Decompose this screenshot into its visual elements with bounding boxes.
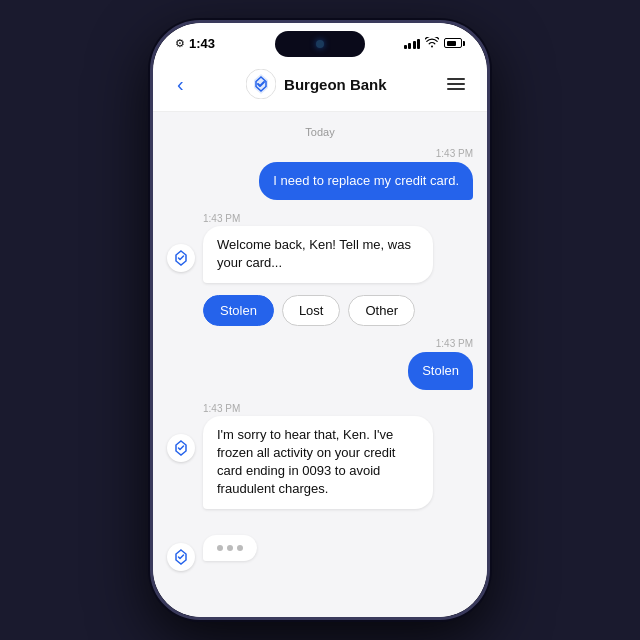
bot-bubble: Welcome back, Ken! Tell me, was your car… — [203, 226, 433, 282]
gear-icon: ⚙ — [175, 37, 185, 50]
message-time: 1:43 PM — [436, 148, 473, 159]
typing-indicator — [167, 525, 473, 571]
chat-area: Today 1:43 PM I need to replace my credi… — [153, 112, 487, 617]
bank-logo-icon — [246, 69, 276, 99]
message-time-3: 1:43 PM — [436, 338, 473, 349]
phone-frame: ⚙ 1:43 — [150, 20, 490, 620]
bot-message-1: Welcome back, Ken! Tell me, was your car… — [167, 226, 473, 282]
bot-avatar — [167, 244, 195, 272]
signal-icon — [404, 38, 421, 49]
phone-screen: ⚙ 1:43 — [153, 23, 487, 617]
bot-message-time-1: 1:43 PM — [203, 213, 240, 224]
user-message-1: 1:43 PM I need to replace my credit card… — [167, 148, 473, 200]
header-center: Burgeon Bank — [246, 69, 387, 99]
user-bubble-2: Stolen — [408, 352, 473, 390]
bot-message-2: I'm sorry to hear that, Ken. I've frozen… — [167, 416, 473, 509]
quick-reply-lost[interactable]: Lost — [282, 295, 341, 326]
quick-replies: Stolen Lost Other — [203, 295, 473, 326]
app-header: ‹ Burgeon Bank — [153, 59, 487, 112]
user-message-2: 1:43 PM Stolen — [167, 338, 473, 390]
bot-avatar-2 — [167, 434, 195, 462]
dynamic-island — [275, 31, 365, 57]
bot-message-time-2: 1:43 PM — [203, 403, 240, 414]
dynamic-island-indicator — [316, 40, 324, 48]
quick-reply-other[interactable]: Other — [348, 295, 415, 326]
user-bubble: I need to replace my credit card. — [259, 162, 473, 200]
bot-bubble-2: I'm sorry to hear that, Ken. I've frozen… — [203, 416, 433, 509]
wifi-icon — [425, 37, 439, 50]
status-left: ⚙ 1:43 — [175, 36, 215, 51]
back-button[interactable]: ‹ — [171, 71, 190, 98]
quick-reply-stolen[interactable]: Stolen — [203, 295, 274, 326]
battery-icon — [444, 38, 465, 48]
typing-dots — [203, 535, 257, 561]
status-right — [404, 37, 466, 50]
bot-avatar-typing — [167, 543, 195, 571]
menu-button[interactable] — [443, 74, 469, 94]
bank-name: Burgeon Bank — [284, 76, 387, 93]
status-time: 1:43 — [189, 36, 215, 51]
date-label: Today — [167, 126, 473, 138]
